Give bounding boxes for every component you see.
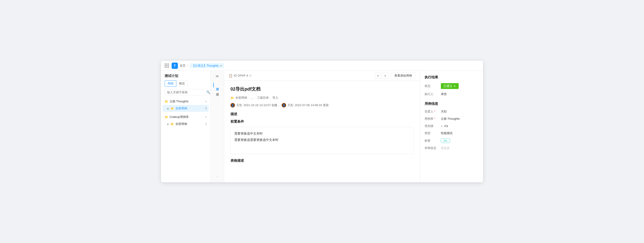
created-at: 2021-10-16 14:10:57 创建，: [244, 103, 280, 107]
case-info-title: 用例信息: [424, 102, 478, 106]
tree-section-label-yunxiao: 云效·Thoughts: [170, 99, 204, 103]
bc-ellipsis[interactable]: ...: [251, 96, 253, 100]
review-select[interactable]: 请选择: [441, 146, 478, 150]
status-value: 已通过: [444, 84, 452, 88]
bc-all-cases[interactable]: 全部用例: [236, 96, 247, 100]
sidebar-tree: 📁 云效·Thoughts ≡ ▶ 📁 全部用例 9 📁 C: [161, 98, 210, 182]
section-precondition-title: 前置条件: [230, 119, 414, 124]
section-describe-title: 描述: [230, 112, 414, 116]
bc-folder-icon: 📁: [230, 96, 234, 100]
execution-result-section: 执行结果 状态 已通过 ▼ 执行人 承悟: [424, 75, 478, 96]
search-icon: 🔍: [206, 90, 210, 94]
breadcrumb-home[interactable]: 首页: [180, 64, 186, 68]
tree-arrow-codeup: ▶: [167, 123, 169, 125]
creator-name: 天彤: [236, 103, 242, 107]
tree-item-all-yunxiao[interactable]: ▶ 📁 全部用例 9: [163, 105, 208, 112]
tag-value: abc: [441, 138, 478, 143]
sidebar-search-box: 🔍: [164, 89, 207, 95]
collapse-arrow[interactable]: ‹: [215, 174, 220, 179]
repo-value: 云效·Thoughts: [441, 117, 478, 121]
case-info-section: 用例信息 负责人 * 天彤 用例库 * 云效·Thoughts 优先级: [424, 102, 478, 150]
tree-item-folder-yunxiao: 📁: [170, 107, 174, 110]
tree-section-header-codeup[interactable]: 📁 Codeup用例库 ≡: [163, 114, 208, 120]
review-label: 评审状态: [424, 146, 438, 150]
expand-button[interactable]: ≫: [214, 73, 221, 79]
folder-icon-yunxiao: 📁: [164, 100, 168, 103]
priority-row: 优先级 P3: [424, 124, 478, 128]
case-title: 02导出pdf文档: [230, 86, 414, 92]
owner-label: 负责人 *: [424, 110, 438, 114]
updater-name: 天彤: [288, 103, 293, 107]
grid-icon[interactable]: [164, 64, 169, 68]
status-label: 状态: [424, 84, 438, 88]
left-sidebar: 测试计划 用例 概览 🔍 📁 云效·Thoughts ≡: [161, 71, 210, 182]
type-row: 类型 性能测试: [424, 131, 478, 135]
tree-item-all-codeup[interactable]: ▶ 📁 全部用例 2: [163, 121, 208, 127]
owner-row: 负责人 * 天彤: [424, 110, 478, 114]
tree-section-codeup: 📁 Codeup用例库 ≡ ▶ 📁 全部用例 2: [163, 114, 208, 127]
main-layout: 测试计划 用例 概览 🔍 📁 云效·Thoughts ≡: [161, 71, 483, 182]
tree-item-label-yunxiao: 全部用例: [176, 106, 204, 110]
precondition-line-1: 需要替换选中文本时: [234, 130, 410, 137]
tree-item-count-yunxiao: 9: [205, 107, 207, 110]
case-id-badge: 📋 ID OPKF-4 ⎘: [229, 74, 252, 78]
case-breadcrumb-path: 📁 全部用例 › ... › 三级目录 › 导入: [230, 96, 414, 100]
nav-prev-button[interactable]: ∧: [375, 73, 381, 79]
search-input[interactable]: [167, 91, 205, 94]
tag-badge[interactable]: abc: [441, 138, 450, 143]
executor-value: 承悟: [441, 92, 478, 96]
tree-arrow-yunxiao: ▶: [167, 107, 169, 110]
tree-section-header-yunxiao[interactable]: 📁 云效·Thoughts ≡: [163, 98, 208, 105]
tree-section-yunxiao: 📁 云效·Thoughts ≡ ▶ 📁 全部用例 9: [163, 98, 208, 112]
precondition-section: 前置条件 需要替换选中文本时 需要替换选需要替换选中文本时: [230, 119, 414, 154]
breadcrumb-project[interactable]: 【公有云】Thoughts ▼: [190, 63, 224, 68]
bc-import[interactable]: 导入: [272, 96, 278, 100]
sidebar-title: 测试计划: [164, 74, 178, 78]
bc-sep1: ›: [248, 96, 250, 100]
nav-next-button[interactable]: ∨: [382, 73, 388, 79]
tree-section-actions-codeup[interactable]: ≡: [205, 115, 207, 119]
tab-overview[interactable]: 概览: [176, 80, 188, 87]
updated-at: 2022-07-06 14:08:16 更新: [295, 103, 328, 107]
tag-row: 标签 abc: [424, 138, 478, 143]
updater-avatar: 👤: [282, 103, 286, 108]
tree-item-label-codeup: 全部用例: [176, 122, 204, 126]
sidebar-header: 测试计划: [161, 71, 210, 80]
review-row: 评审状态 请选择: [424, 146, 478, 150]
right-panel: 执行结果 状态 已通过 ▼ 执行人 承悟 用例信息: [420, 71, 483, 182]
middle-panel: ≫ 描述 动态 ‹: [210, 71, 224, 182]
tab-cases[interactable]: 用例: [164, 80, 176, 87]
status-badge[interactable]: 已通过 ▼: [441, 83, 459, 89]
tab-describe[interactable]: 描述: [213, 83, 222, 87]
tree-item-folder-codeup: 📁: [170, 122, 174, 126]
view-original-button[interactable]: 查看原始用例: [391, 72, 415, 79]
case-icon: 📋: [229, 74, 232, 78]
repo-row: 用例库 * 云效·Thoughts: [424, 117, 478, 121]
content-toolbar: 📋 ID OPKF-4 ⎘ ∧ ∨ 查看原始用例: [224, 71, 420, 81]
creator-avatar: 👤: [230, 103, 235, 108]
tree-section-actions-yunxiao[interactable]: ≡: [205, 100, 207, 103]
status-row: 状态 已通过 ▼: [424, 83, 478, 89]
toolbar-nav: ∧ ∨: [375, 73, 388, 79]
folder-icon-codeup: 📁: [164, 115, 168, 119]
priority-dot: [441, 125, 443, 127]
breadcrumb-dropdown-icon[interactable]: ▼: [220, 65, 222, 67]
tab-activity[interactable]: 动态: [213, 88, 222, 93]
bc-level3[interactable]: 三级目录: [257, 96, 269, 100]
execution-result-title: 执行结果: [424, 75, 478, 80]
executor-label: 执行人: [424, 92, 438, 96]
copy-icon[interactable]: ⎘: [250, 74, 252, 78]
breadcrumb-sep1: >: [187, 64, 189, 67]
tree-section-label-codeup: Codeup用例库: [170, 115, 204, 119]
bc-sep2: ›: [254, 96, 256, 100]
content-area: 📋 ID OPKF-4 ⎘ ∧ ∨ 查看原始用例 02导出pdf文档 📁 全部用…: [224, 71, 420, 182]
type-value: 性能测试: [441, 131, 478, 135]
priority-label: 优先级: [424, 124, 438, 128]
content-body: 02导出pdf文档 📁 全部用例 › ... › 三级目录 › 导入 👤 天彤 …: [224, 81, 420, 182]
owner-value: 天彤: [441, 110, 478, 114]
status-dropdown-icon[interactable]: ▼: [454, 85, 456, 87]
section-table-title: 表格描述: [230, 158, 414, 163]
type-label: 类型: [424, 131, 438, 135]
case-meta-row: 👤 天彤 2021-10-16 14:10:57 创建， 👤 天彤 2022-0…: [230, 103, 414, 108]
tree-item-count-codeup: 2: [205, 122, 207, 126]
